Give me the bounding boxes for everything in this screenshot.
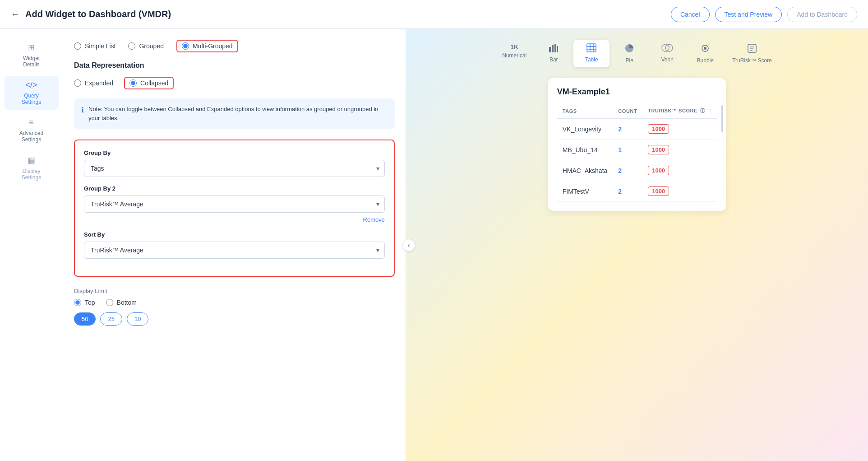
limit-10-button[interactable]: 10 — [127, 312, 148, 326]
limit-50-button[interactable]: 50 — [74, 312, 96, 326]
tab-table[interactable]: Table — [573, 40, 609, 67]
scrollbar[interactable] — [721, 105, 723, 132]
multi-grouped-label: Multi-Grouped — [193, 42, 233, 50]
tab-bubble-label: Bubble — [697, 57, 714, 64]
tab-pie[interactable]: Pie — [611, 40, 647, 67]
sidebar: ⊞ WidgetDetails </> QuerySettings ≡ Adva… — [0, 29, 63, 461]
group-by-select[interactable]: Tags OS IP Asset Name — [84, 160, 385, 177]
bar-chart-icon — [549, 43, 559, 55]
limit-25-button[interactable]: 25 — [100, 312, 122, 326]
tab-bubble[interactable]: Bubble — [687, 40, 723, 67]
display-icon: ▦ — [28, 155, 35, 165]
top-option[interactable]: Top — [74, 299, 95, 306]
limit-buttons: 50 25 10 — [74, 312, 395, 326]
tab-numerical-label: Numerical — [502, 52, 526, 59]
cell-tags: FIMTestV — [557, 181, 613, 202]
expanded-radio[interactable] — [74, 79, 81, 87]
tab-venn[interactable]: Venn — [649, 40, 685, 67]
svg-rect-3 — [557, 46, 558, 52]
sort-by-select-wrapper: TruRisk™ Average Count Tags ▾ — [84, 242, 385, 259]
collapse-arrow[interactable]: ‹ — [402, 239, 415, 251]
bubble-icon — [700, 43, 710, 56]
table-row: FIMTestV 2 1000 — [557, 181, 717, 202]
content-area: Simple List Grouped Multi-Grouped Data R… — [63, 29, 868, 461]
sidebar-item-widget-details[interactable]: ⊞ WidgetDetails — [5, 38, 59, 72]
multi-grouped-option[interactable]: Multi-Grouped — [176, 40, 238, 52]
header-right: Cancel Test and Preview Add to Dashboard — [671, 7, 857, 22]
group-by-2-select-wrapper: TruRisk™ Average Count Tags ▾ — [84, 196, 385, 213]
numerical-icon: 1K — [510, 43, 518, 51]
cell-count: 1 — [613, 140, 642, 160]
display-limit-section: Display Limit Top Bottom 50 25 10 — [74, 288, 395, 326]
sort-by-select[interactable]: TruRisk™ Average Count Tags — [84, 242, 385, 259]
code-icon: </> — [25, 80, 37, 90]
svg-rect-13 — [748, 44, 756, 52]
grouped-option[interactable]: Grouped — [128, 42, 163, 50]
col-score: TRURISK™ SCORE ⓘ ↑ — [642, 104, 717, 118]
page-title: Add Widget to Dashboard (VMDR) — [25, 9, 171, 19]
group-by-2-label: Group By 2 — [84, 185, 385, 192]
trurisk-icon — [747, 43, 757, 56]
multi-grouped-radio[interactable] — [182, 42, 189, 50]
simple-list-option[interactable]: Simple List — [74, 42, 115, 50]
top-bottom-group: Top Bottom — [74, 299, 395, 306]
sidebar-item-label: DisplaySettings — [22, 168, 41, 181]
bottom-option[interactable]: Bottom — [106, 299, 137, 306]
test-preview-button[interactable]: Test and Preview — [715, 7, 782, 22]
list-type-group: Simple List Grouped Multi-Grouped — [74, 40, 395, 52]
grid-icon: ⊞ — [28, 42, 35, 52]
add-dashboard-button[interactable]: Add to Dashboard — [787, 7, 857, 22]
cell-score: 1000 — [642, 118, 717, 140]
group-by-2-select[interactable]: TruRisk™ Average Count Tags — [84, 196, 385, 213]
cancel-button[interactable]: Cancel — [671, 7, 710, 22]
header-left: ← Add Widget to Dashboard (VMDR) — [11, 9, 171, 19]
cell-count: 2 — [613, 181, 642, 202]
expanded-option[interactable]: Expanded — [74, 79, 113, 87]
table-row: MB_Ubu_14 1 1000 — [557, 140, 717, 160]
sidebar-item-label: WidgetDetails — [23, 55, 40, 68]
cell-score: 1000 — [642, 160, 717, 181]
svg-rect-4 — [587, 44, 596, 52]
pie-icon — [624, 43, 634, 56]
info-text: Note: You can toggle between Collapsed a… — [88, 105, 388, 122]
info-icon: ℹ — [81, 106, 84, 114]
tab-bar-label: Bar — [549, 56, 558, 63]
bottom-label: Bottom — [117, 299, 137, 306]
simple-list-radio[interactable] — [74, 42, 81, 50]
group-by-field: Group By Tags OS IP Asset Name ▾ — [84, 149, 385, 177]
group-by-label: Group By — [84, 149, 385, 156]
header: ← Add Widget to Dashboard (VMDR) Cancel … — [0, 0, 868, 29]
cell-tags: MB_Ubu_14 — [557, 140, 613, 160]
top-radio[interactable] — [74, 299, 81, 306]
svg-rect-0 — [549, 47, 551, 52]
svg-rect-2 — [554, 44, 556, 52]
col-count: COUNT — [613, 104, 642, 118]
main-layout: ⊞ WidgetDetails </> QuerySettings ≡ Adva… — [0, 29, 868, 461]
tab-trurisk[interactable]: TruRisk™ Score — [725, 40, 779, 67]
sidebar-item-display-settings[interactable]: ▦ DisplaySettings — [5, 151, 59, 185]
bottom-radio[interactable] — [106, 299, 113, 306]
sort-by-field: Sort By TruRisk™ Average Count Tags ▾ — [84, 231, 385, 259]
top-label: Top — [85, 299, 95, 306]
data-representation-title: Data Representation — [74, 61, 395, 70]
sidebar-item-query-settings[interactable]: </> QuerySettings — [5, 76, 59, 110]
tab-numerical[interactable]: 1K Numerical — [495, 40, 534, 67]
tab-pie-label: Pie — [626, 57, 633, 64]
expanded-label: Expanded — [85, 79, 113, 87]
svg-point-12 — [704, 47, 706, 50]
remove-link[interactable]: Remove — [84, 216, 385, 223]
chart-tabs: 1K Numerical Bar — [417, 40, 857, 67]
svg-rect-1 — [552, 45, 554, 52]
collapsed-radio[interactable] — [129, 79, 137, 87]
back-arrow-icon[interactable]: ← — [11, 9, 20, 19]
sidebar-item-advanced-settings[interactable]: ≡ AdvancedSettings — [5, 113, 59, 147]
group-section: Group By Tags OS IP Asset Name ▾ Group B… — [74, 140, 395, 277]
cell-tags: VK_Longevity — [557, 118, 613, 140]
collapsed-label: Collapsed — [140, 79, 168, 87]
grouped-radio[interactable] — [128, 42, 135, 50]
tab-bar[interactable]: Bar — [536, 40, 572, 67]
cell-tags: HMAC_Akshata — [557, 160, 613, 181]
group-by-select-wrapper: Tags OS IP Asset Name ▾ — [84, 160, 385, 177]
collapsed-option[interactable]: Collapsed — [124, 77, 174, 89]
group-by-2-field: Group By 2 TruRisk™ Average Count Tags ▾ — [84, 185, 385, 213]
